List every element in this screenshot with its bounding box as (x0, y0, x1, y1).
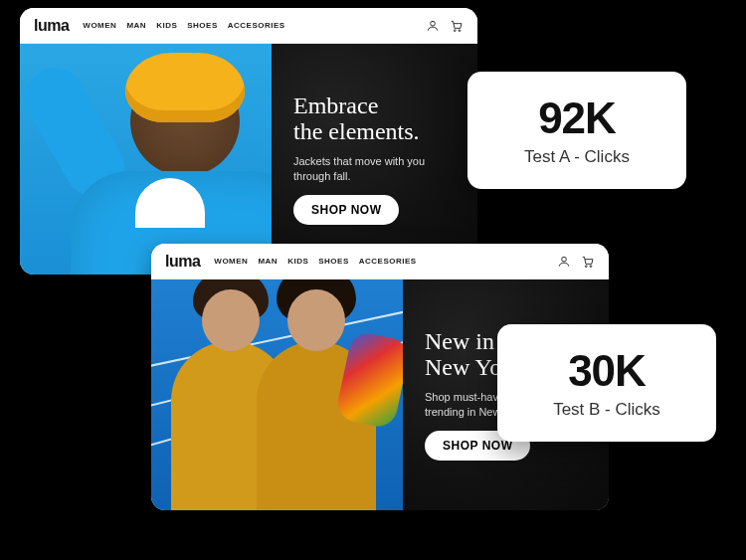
nav-item-women[interactable]: WOMEN (83, 21, 116, 30)
svg-point-2 (459, 29, 461, 31)
nav-item-shoes[interactable]: SHOES (318, 257, 349, 266)
nav-item-man[interactable]: MAN (258, 257, 278, 266)
nav: WOMEN MAN KIDS SHOES ACCESORIES (214, 257, 416, 266)
nav-item-shoes[interactable]: SHOES (187, 21, 218, 30)
cart-icon[interactable] (450, 19, 464, 33)
account-icon[interactable] (557, 255, 571, 269)
brand-logo[interactable]: luma (165, 253, 200, 271)
cart-icon[interactable] (581, 255, 595, 269)
nav-item-kids[interactable]: KIDS (287, 257, 308, 266)
headline-line-1: Embrace (293, 93, 378, 118)
stat-card-b: 30K Test B - Clicks (497, 324, 716, 442)
nav-item-women[interactable]: WOMEN (214, 257, 248, 266)
nav-item-kids[interactable]: KIDS (156, 21, 177, 30)
nav-item-accesories[interactable]: ACCESORIES (359, 257, 417, 266)
nav-item-man[interactable]: MAN (126, 21, 146, 30)
topbar: luma WOMEN MAN KIDS SHOES ACCESORIES (151, 244, 609, 280)
hero-image (20, 44, 272, 275)
stat-value: 92K (497, 93, 656, 143)
hero-subtext: Jackets that move with you through fall. (293, 154, 456, 185)
topbar-right (426, 19, 464, 33)
shop-now-button[interactable]: SHOP NOW (293, 195, 399, 225)
nav: WOMEN MAN KIDS SHOES ACCESORIES (83, 21, 284, 30)
nav-item-accesories[interactable]: ACCESORIES (228, 21, 285, 30)
stat-label: Test B - Clicks (527, 400, 686, 420)
topbar: luma WOMEN MAN KIDS SHOES ACCESORIES (20, 8, 477, 44)
svg-point-0 (431, 21, 436, 26)
stat-value: 30K (527, 346, 686, 396)
svg-point-5 (590, 265, 592, 267)
variant-card-a: luma WOMEN MAN KIDS SHOES ACCESORIES Emb… (20, 8, 477, 275)
hero-image (151, 280, 403, 510)
hero-text: Embrace the elements. Jackets that move … (272, 44, 477, 275)
account-icon[interactable] (426, 19, 440, 33)
svg-point-1 (454, 29, 456, 31)
svg-point-4 (585, 265, 587, 267)
topbar-right (557, 255, 595, 269)
hero-headline: Embrace the elements. (293, 93, 456, 143)
hero: Embrace the elements. Jackets that move … (20, 44, 477, 275)
svg-point-3 (562, 257, 567, 262)
brand-logo[interactable]: luma (34, 17, 69, 35)
headline-line-1: New in (425, 328, 494, 354)
stat-card-a: 92K Test A - Clicks (467, 72, 686, 189)
headline-line-2: the elements. (293, 118, 420, 144)
stat-label: Test A - Clicks (497, 147, 656, 167)
